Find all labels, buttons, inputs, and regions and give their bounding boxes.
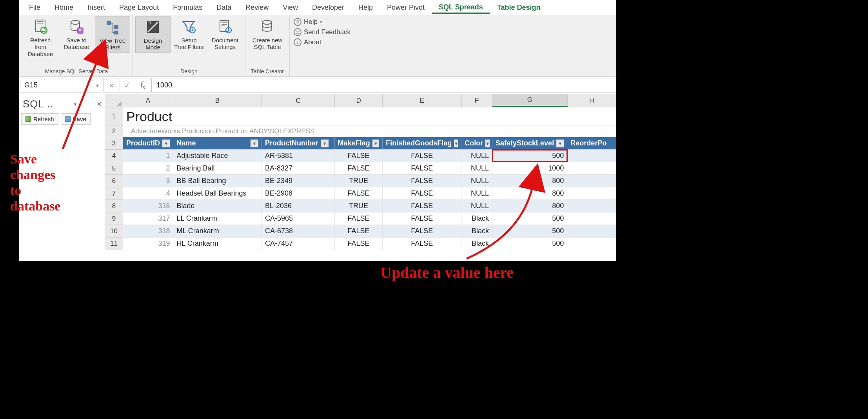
close-icon[interactable]: × (97, 100, 102, 109)
col-G[interactable]: G (492, 94, 567, 107)
table-meta-row: AdventureWorks.Production.Product on AND… (123, 125, 616, 137)
col-B[interactable]: B (173, 94, 262, 107)
table-row[interactable]: 1 Adjustable Race AR-5381 FALSE FALSE NU… (123, 150, 616, 162)
feedback-label: Send Feedback (304, 28, 350, 36)
row-9[interactable]: 9 (105, 212, 123, 225)
hdr-safetystocklevel[interactable]: SafetyStockLevel▼ (492, 137, 567, 149)
help-link[interactable]: ? Help ▾ (294, 18, 350, 26)
filter-icon[interactable]: ▼ (372, 140, 380, 147)
row-headers[interactable]: 1 2 3 4 5 6 7 8 9 10 11 (105, 107, 123, 250)
name-box[interactable]: G15 ▼ (20, 78, 102, 93)
filter-gear-icon (180, 18, 198, 35)
table-row[interactable]: 4 Headset Ball Bearings BE-2908 FALSE FA… (123, 187, 616, 200)
hdr-productnumber[interactable]: ProductNumber▼ (262, 137, 335, 149)
spreadsheet[interactable]: A B C D E F G H 1 2 3 4 5 6 7 8 9 10 11 (105, 94, 616, 261)
label: View Tree (100, 37, 125, 44)
tab-page-layout[interactable]: Page Layout (112, 1, 166, 14)
label: Refresh from (24, 37, 57, 51)
refresh-from-database-button[interactable]: Refresh from Database (23, 16, 58, 59)
ribbon-links: ? Help ▾ ☺ Send Feedback i About (290, 15, 354, 76)
view-tree-filters-button[interactable]: View Tree Filters (95, 16, 130, 53)
group-label: Manage SQL Server Data (23, 68, 130, 76)
tab-formulas[interactable]: Formulas (166, 1, 209, 14)
table-row[interactable]: 317 LL Crankarm CA-5965 FALSE FALSE Blac… (123, 212, 616, 225)
tab-data[interactable]: Data (209, 1, 238, 14)
column-headers[interactable]: A B C D E F G H (123, 94, 616, 107)
tab-file[interactable]: File (22, 1, 47, 14)
hdr-color[interactable]: Color▼ (461, 137, 492, 149)
col-H[interactable]: H (568, 94, 616, 107)
accept-icon[interactable]: ✓ (120, 78, 135, 93)
table-row[interactable]: 2 Bearing Ball BA-8327 FALSE FALSE NULL … (123, 162, 616, 175)
label2: Database (28, 51, 53, 57)
filter-icon[interactable]: ▼ (485, 140, 490, 147)
hdr-finishedgoodsflag[interactable]: FinishedGoodsFlag▼ (383, 137, 461, 149)
row-2[interactable]: 2 (105, 125, 123, 137)
sidepane-save-button[interactable]: Save (61, 113, 91, 125)
row-3[interactable]: 3 (105, 137, 123, 150)
col-F[interactable]: F (462, 94, 493, 107)
select-all-corner[interactable] (105, 94, 123, 107)
row-5[interactable]: 5 (105, 162, 123, 175)
setup-tree-filters-button[interactable]: Setup Tree Filters (171, 16, 207, 52)
tab-sql-spreads[interactable]: SQL Spreads (432, 1, 490, 14)
sidepane-refresh-button[interactable]: Refresh (21, 113, 58, 125)
label: Document (212, 37, 238, 44)
col-C[interactable]: C (262, 94, 335, 107)
hdr-makeflag[interactable]: MakeFlag▼ (335, 137, 383, 149)
send-feedback-link[interactable]: ☺ Send Feedback (294, 28, 350, 36)
tab-developer[interactable]: Developer (305, 1, 351, 14)
save-to-database-button[interactable]: Save to Database (59, 16, 94, 52)
ribbon-group-design: Design Mode Setup Tree Filters Document … (133, 15, 245, 76)
row-1[interactable]: 1 (105, 107, 123, 125)
label2: Filters (105, 44, 121, 51)
design-icon (144, 18, 162, 36)
chevron-down-icon[interactable]: ▼ (73, 102, 78, 107)
tab-home[interactable]: Home (47, 1, 80, 14)
table-row[interactable]: 3 BB Ball Bearing BE-2349 TRUE FALSE NUL… (123, 175, 616, 187)
row-8[interactable]: 8 (105, 200, 123, 212)
hdr-productid[interactable]: ProductID▼ (123, 137, 173, 149)
tab-table-design[interactable]: Table Design (490, 1, 548, 14)
hdr-name[interactable]: Name▼ (173, 137, 262, 149)
tab-view[interactable]: View (276, 1, 305, 14)
row-6[interactable]: 6 (105, 175, 123, 187)
svg-point-13 (228, 29, 230, 31)
table-title: Product (123, 107, 616, 125)
create-new-sql-table-button[interactable]: Create new SQL Table (248, 16, 287, 52)
row-11[interactable]: 11 (105, 238, 123, 250)
cells-grid[interactable]: Product AdventureWorks.Production.Produc… (123, 107, 616, 250)
table-row[interactable]: 316 Blade BL-2036 TRUE FALSE NULL 800 (123, 200, 616, 212)
tab-insert[interactable]: Insert (80, 1, 112, 14)
row-4[interactable]: 4 (105, 150, 123, 162)
fx-icon[interactable]: fx (135, 77, 151, 94)
about-label: About (304, 38, 321, 46)
tab-help[interactable]: Help (351, 1, 380, 14)
row-7[interactable]: 7 (105, 187, 123, 200)
tab-review[interactable]: Review (238, 1, 276, 14)
formula-input[interactable]: 1000 (151, 78, 615, 93)
col-E[interactable]: E (383, 94, 461, 107)
highlighted-cell[interactable]: 500 (492, 150, 567, 162)
label: Refresh (33, 116, 54, 122)
database-save-icon (68, 18, 85, 35)
cancel-icon[interactable]: × (104, 78, 120, 93)
table-row[interactable]: 318 ML Crankarm CA-6738 FALSE FALSE Blac… (123, 225, 616, 238)
row-10[interactable]: 10 (105, 225, 123, 238)
svg-point-14 (262, 20, 272, 24)
about-link[interactable]: i About (294, 38, 350, 46)
tab-power-pivot[interactable]: Power Pivot (380, 1, 432, 14)
filter-icon[interactable]: ▼ (251, 140, 258, 147)
filter-icon[interactable]: ▼ (162, 140, 170, 147)
table-row[interactable]: 319 HL Crankarm CA-7457 FALSE FALSE Blac… (123, 238, 616, 250)
document-settings-button[interactable]: Document Settings (207, 16, 243, 52)
filter-icon[interactable]: ▼ (556, 140, 564, 147)
design-mode-button[interactable]: Design Mode (135, 16, 171, 53)
filter-icon[interactable]: ▼ (321, 140, 329, 147)
hdr-reorder[interactable]: ReorderPo (567, 137, 616, 149)
chevron-down-icon[interactable]: ▼ (95, 83, 100, 88)
filter-icon[interactable]: ▼ (454, 140, 458, 147)
label2: Tree Filters (174, 44, 203, 50)
col-D[interactable]: D (335, 94, 383, 107)
col-A[interactable]: A (123, 94, 173, 107)
